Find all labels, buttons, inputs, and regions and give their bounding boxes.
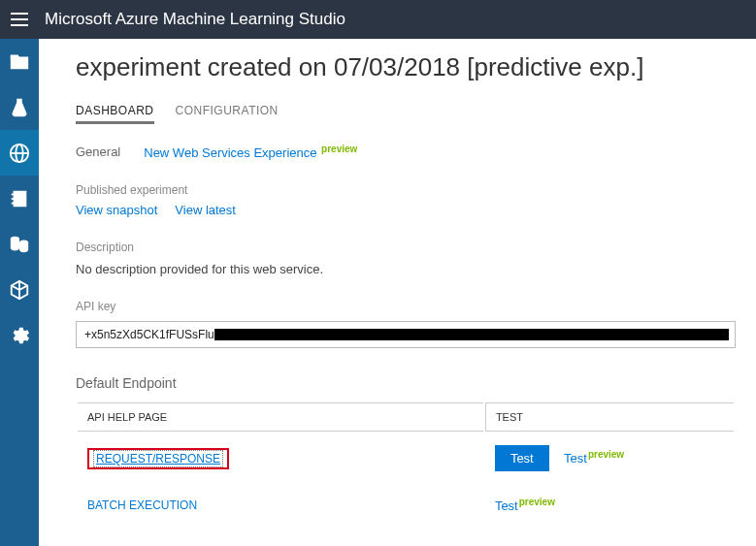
api-key-label: API key [76, 300, 756, 313]
svg-rect-3 [11, 54, 18, 59]
request-response-link[interactable]: REQUEST/RESPONSE [93, 450, 223, 467]
endpoint-table: API HELP PAGE TEST REQUEST/RESPONSE Test… [76, 401, 736, 527]
batch-execution-link[interactable]: BATCH EXECUTION [87, 498, 197, 512]
published-label: Published experiment [76, 183, 756, 197]
table-row: REQUEST/RESPONSE Test Testpreview [78, 434, 734, 483]
main-content: experiment created on 07/03/2018 [predic… [39, 39, 756, 546]
svg-rect-9 [12, 198, 15, 200]
tab-dashboard[interactable]: DASHBOARD [76, 104, 154, 124]
sidebar [0, 39, 39, 546]
preview-badge: preview [519, 497, 555, 507]
new-web-services-link[interactable]: New Web Services Experience [144, 145, 316, 160]
svg-rect-7 [14, 190, 27, 207]
sidebar-item-notebooks[interactable] [0, 176, 39, 221]
description-label: Description [76, 241, 756, 254]
sidebar-item-models[interactable] [0, 267, 39, 312]
col-test: TEST [485, 402, 734, 432]
menu-icon[interactable] [0, 0, 39, 39]
page-title: experiment created on 07/03/2018 [predic… [76, 52, 756, 82]
subnav: General New Web Services Experience prev… [76, 144, 756, 160]
col-api-help: API HELP PAGE [78, 402, 483, 432]
subnav-general[interactable]: General [76, 145, 120, 159]
tab-configuration[interactable]: CONFIGURATION [176, 104, 279, 124]
view-snapshot-link[interactable]: View snapshot [76, 203, 157, 217]
test-link[interactable]: Test [564, 451, 587, 466]
svg-rect-2 [11, 24, 28, 26]
app-title: Microsoft Azure Machine Learning Studio [45, 10, 345, 29]
svg-rect-8 [12, 193, 15, 195]
sidebar-item-web-services[interactable] [0, 130, 39, 176]
table-header-row: API HELP PAGE TEST [78, 402, 734, 432]
api-key-redacted [214, 329, 729, 340]
tabs: DASHBOARD CONFIGURATION [76, 104, 756, 124]
svg-rect-1 [11, 18, 28, 20]
svg-rect-10 [12, 202, 15, 204]
request-response-highlight: REQUEST/RESPONSE [87, 448, 229, 469]
preview-badge: preview [588, 449, 624, 460]
table-row: BATCH EXECUTION Testpreview [78, 485, 734, 525]
sidebar-item-experiments[interactable] [0, 84, 39, 130]
view-latest-link[interactable]: View latest [175, 203, 236, 217]
test-link[interactable]: Test [495, 498, 518, 513]
preview-badge: preview [321, 144, 357, 154]
top-bar: Microsoft Azure Machine Learning Studio [0, 0, 756, 39]
description-text: No description provided for this web ser… [76, 262, 756, 276]
test-button[interactable]: Test [495, 445, 549, 471]
sidebar-item-settings[interactable] [0, 312, 39, 358]
sidebar-item-projects[interactable] [0, 39, 39, 84]
api-key-visible: +x5n5zXd5CK1fFUSsFlu [84, 328, 214, 341]
endpoint-title: Default Endpoint [76, 375, 756, 391]
svg-rect-0 [11, 13, 28, 15]
sidebar-item-datasets[interactable] [0, 221, 39, 267]
api-key-field[interactable]: +x5n5zXd5CK1fFUSsFlu [76, 321, 736, 348]
